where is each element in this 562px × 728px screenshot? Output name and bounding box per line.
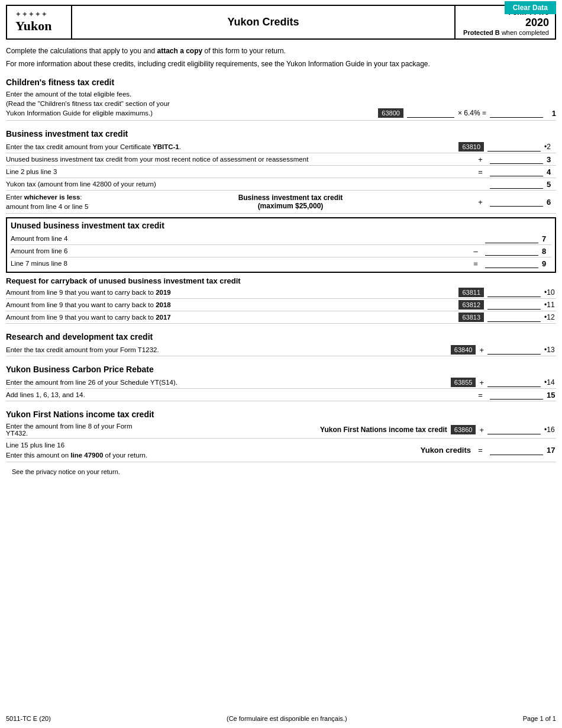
code-63855: 63855	[451, 378, 476, 387]
row10-input[interactable]	[487, 288, 541, 297]
code-63811: 63811	[458, 288, 484, 297]
code-63812: 63812	[458, 300, 484, 310]
row13-num: •13	[544, 346, 556, 354]
research-title: Research and development tax credit	[6, 332, 556, 342]
form-code: 5011-TC E (20)	[6, 715, 51, 722]
row-4: Line 2 plus line 3 = 4	[6, 166, 556, 178]
yukon-logo: ✦✦✦✦✦ Yukon	[15, 11, 52, 34]
row-6: Enter whichever is less:amount from line…	[6, 191, 556, 214]
carbon-rebate-title: Yukon Business Carbon Price Rebate	[6, 365, 556, 374]
row9-op: =	[470, 259, 482, 268]
row13-op: +	[479, 346, 484, 355]
row13-desc: Enter the tax credit amount from your Fo…	[6, 346, 451, 353]
row16-op: +	[479, 426, 484, 434]
row-14: Enter the amount from line 26 of your Sc…	[6, 376, 556, 389]
row3-num: 3	[547, 155, 556, 164]
row-2: Enter the tax credit amount from your Ce…	[6, 141, 556, 153]
row-17: Line 15 plus line 16Enter this amount on…	[6, 439, 556, 462]
row7-num: 7	[542, 234, 551, 243]
row9-num: 9	[542, 259, 551, 268]
row-13: Enter the tax credit amount from your Fo…	[6, 344, 556, 356]
row6-input[interactable]	[490, 197, 543, 207]
row16-desc: Enter the amount from line 8 of your For…	[6, 423, 148, 437]
logo-area: ✦✦✦✦✦ Yukon	[7, 6, 72, 38]
row3-input[interactable]	[490, 154, 543, 164]
row15-desc: Add lines 1, 6, 13, and 14.	[6, 391, 474, 398]
row16-num: •16	[544, 426, 556, 434]
form-header: ✦✦✦✦✦ Yukon Yukon Credits Form YT479 202…	[6, 5, 556, 40]
row12-desc: Amount from line 9 that you want to carr…	[6, 314, 458, 321]
row7-input[interactable]	[485, 234, 538, 243]
row-10: Amount from line 9 that you want to carr…	[6, 286, 556, 299]
row8-desc: Amount from line 6	[11, 247, 470, 255]
line1-op: × 6.4% =	[458, 109, 486, 117]
row15-op: =	[474, 391, 486, 400]
row9-input[interactable]	[485, 259, 538, 268]
row6-center-label: Business investment tax credit(maximum $…	[106, 194, 474, 210]
row11-input[interactable]	[487, 300, 541, 310]
row14-input[interactable]	[487, 378, 541, 387]
row11-op: •11	[544, 301, 556, 309]
row12-op: •12	[544, 313, 556, 321]
unused-business-section: Unused business investment tax credit Am…	[6, 217, 556, 273]
business-investment-title: Business investment tax credit	[6, 129, 556, 138]
children-fitness-desc: Enter the amount of the total eligible f…	[6, 89, 378, 118]
row14-num: •14	[544, 378, 556, 386]
row17-center-label: Yukon credits	[148, 446, 474, 455]
row14-desc: Enter the amount from line 26 of your Sc…	[6, 379, 451, 386]
carryback-title: Request for carryback of unused business…	[6, 276, 556, 285]
form-title: Yukon Credits	[72, 6, 454, 38]
intro-line2: For more information about these credits…	[6, 59, 556, 69]
line1-amount-input[interactable]	[407, 108, 454, 118]
code-63800: 63800	[378, 108, 403, 118]
row14-op: +	[479, 378, 484, 387]
row5-input[interactable]	[490, 179, 543, 189]
row8-num: 8	[542, 247, 551, 256]
row17-op: =	[474, 446, 486, 455]
row15-num: 15	[547, 391, 556, 400]
row5-num: 5	[547, 180, 556, 189]
row-5: Yukon tax (amount from line 42800 of you…	[6, 178, 556, 191]
intro-line1: Complete the calculations that apply to …	[6, 46, 556, 56]
row-11: Amount from line 9 that you want to carr…	[6, 299, 556, 311]
row12-input[interactable]	[487, 313, 541, 322]
row16-input[interactable]	[487, 425, 541, 434]
row-15: Add lines 1, 6, 13, and 14. = 15	[6, 389, 556, 401]
row13-input[interactable]	[487, 345, 541, 355]
clear-data-button[interactable]: Clear Data	[505, 1, 556, 14]
row10-desc: Amount from line 9 that you want to carr…	[6, 289, 458, 296]
row17-desc: Line 15 plus line 16Enter this amount on…	[6, 440, 148, 459]
row16-center-label: Yukon First Nations income tax credit	[148, 426, 451, 434]
row3-op: +	[474, 155, 486, 164]
row15-input[interactable]	[490, 390, 543, 400]
row-7: Amount from line 4 7	[11, 233, 551, 245]
line1-result-input[interactable]	[490, 108, 543, 118]
french-notice: (Ce formulaire est disponible en françai…	[227, 715, 347, 722]
row5-desc: Yukon tax (amount from line 42800 of you…	[6, 181, 474, 188]
row10-op: •10	[544, 288, 556, 297]
first-nations-title: Yukon First Nations income tax credit	[6, 410, 556, 419]
row-9: Line 7 minus line 8 = 9	[11, 257, 551, 269]
row2-desc: Enter the tax credit amount from your Ce…	[6, 143, 458, 150]
page-number: Page 1 of 1	[523, 715, 556, 722]
row4-num: 4	[547, 167, 556, 176]
code-63840: 63840	[451, 345, 476, 355]
unused-business-title: Unused business investment tax credit	[11, 221, 551, 230]
row6-desc: Enter whichever is less:amount from line…	[6, 192, 106, 211]
carryback-section: Request for carryback of unused business…	[6, 276, 556, 324]
row8-input[interactable]	[485, 246, 538, 256]
code-63860: 63860	[451, 425, 476, 434]
row3-desc: Unused business investment tax credit fr…	[6, 155, 474, 165]
row4-input[interactable]	[490, 167, 543, 176]
privacy-notice: See the privacy notice on your return.	[12, 468, 550, 475]
row17-input[interactable]	[490, 446, 543, 455]
row11-desc: Amount from line 9 that you want to carr…	[6, 301, 458, 308]
intro-section: Complete the calculations that apply to …	[6, 46, 556, 69]
row-3: Unused business investment tax credit fr…	[6, 153, 556, 166]
row6-num: 6	[547, 198, 556, 207]
row-16: Enter the amount from line 8 of your For…	[6, 421, 556, 439]
row7-desc: Amount from line 4	[11, 235, 485, 242]
row2-input[interactable]	[487, 142, 541, 152]
line1-number: 1	[547, 109, 556, 118]
row-12: Amount from line 9 that you want to carr…	[6, 311, 556, 324]
